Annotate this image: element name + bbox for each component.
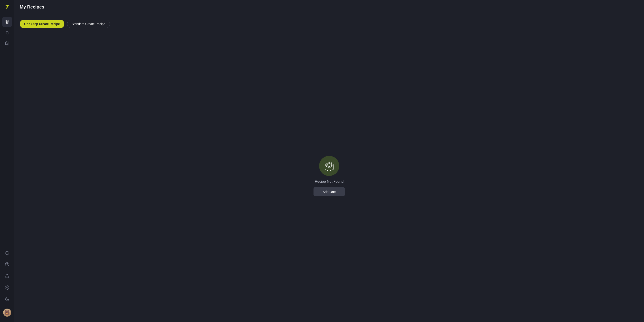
- sidebar-item-history[interactable]: [2, 248, 12, 258]
- standard-create-button[interactable]: Standard Create Recipe: [67, 20, 110, 28]
- sidebar: T: [0, 0, 14, 322]
- content-area: One-Step Create Recipe Standard Create R…: [14, 14, 644, 322]
- empty-state: Recipe Not Found Add One: [20, 35, 639, 317]
- history-icon: [5, 250, 10, 255]
- avatar: 🐻: [3, 308, 11, 317]
- sidebar-nav: [0, 16, 14, 248]
- svg-point-12: [330, 162, 330, 162]
- user-avatar-button[interactable]: 🐻: [2, 308, 12, 318]
- page-title: My Recipes: [20, 4, 44, 10]
- help-icon: [5, 262, 10, 266]
- empty-box-icon: [324, 160, 335, 172]
- app-logo[interactable]: T: [0, 0, 14, 14]
- svg-point-6: [5, 262, 9, 266]
- one-step-create-button[interactable]: One-Step Create Recipe: [20, 20, 64, 28]
- moon-icon: [5, 297, 10, 302]
- calendar-user-icon: [5, 41, 10, 46]
- svg-point-9: [6, 287, 8, 288]
- main-content: My Recipes One-Step Create Recipe Standa…: [14, 0, 644, 322]
- svg-marker-0: [5, 20, 9, 22]
- sidebar-item-calendar-user[interactable]: [2, 38, 12, 48]
- sidebar-item-layers[interactable]: [2, 17, 12, 27]
- sidebar-item-settings[interactable]: [2, 283, 12, 292]
- svg-point-11: [328, 162, 329, 162]
- sidebar-item-activity[interactable]: [2, 28, 12, 38]
- fire-icon: [5, 30, 10, 35]
- settings-icon: [5, 285, 10, 290]
- toolbar: One-Step Create Recipe Standard Create R…: [20, 20, 639, 28]
- layers-icon: [5, 20, 10, 24]
- sidebar-bottom: 🐻: [2, 248, 12, 322]
- sidebar-item-dark-mode[interactable]: [2, 294, 12, 304]
- sidebar-item-share[interactable]: [2, 271, 12, 281]
- svg-point-13: [331, 162, 332, 162]
- empty-icon-container: [319, 156, 339, 176]
- page-header: My Recipes: [14, 0, 644, 14]
- logo-text: T: [5, 4, 9, 10]
- sidebar-item-help[interactable]: [2, 260, 12, 269]
- add-one-button[interactable]: Add One: [314, 187, 344, 196]
- share-icon: [5, 274, 10, 278]
- empty-state-title: Recipe Not Found: [315, 180, 344, 184]
